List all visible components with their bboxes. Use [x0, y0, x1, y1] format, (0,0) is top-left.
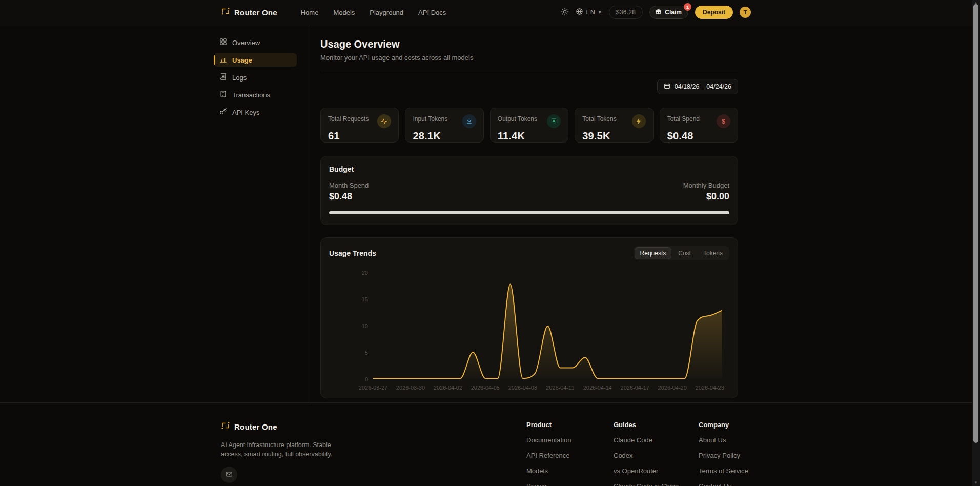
footer-brand-name: Router One	[234, 422, 277, 431]
footer-link-codex[interactable]: Codex	[614, 452, 699, 459]
footer-link-models[interactable]: Models	[526, 467, 614, 475]
sidebar-item-label: Usage	[232, 56, 252, 64]
footer: Router One AI Agent infrastructure platf…	[0, 402, 972, 486]
balance-amount: $36.28	[616, 9, 636, 16]
language-selector[interactable]: EN ▼	[576, 8, 602, 17]
nav-models[interactable]: Models	[333, 9, 355, 16]
page-scrollbar[interactable]: ▲ ▼	[972, 0, 980, 486]
claim-badge: 1	[684, 3, 691, 11]
footer-link-contact-us[interactable]: Contact Us	[699, 482, 748, 486]
sidebar-item-label: API Keys	[232, 109, 259, 116]
page-subtitle: Monitor your API usage and costs across …	[320, 54, 738, 62]
stat-value: 28.1K	[413, 130, 476, 142]
footer-column-title: Product	[526, 421, 614, 429]
footer-tagline: AI Agent infrastructure platform. Stable…	[221, 440, 350, 459]
calendar-icon	[664, 83, 670, 91]
monthly-budget-value: $0.00	[683, 191, 729, 202]
y-axis-labels: 05101520	[329, 273, 368, 379]
sidebar-item-transactions[interactable]: Transactions	[214, 88, 297, 102]
usage-trends-title: Usage Trends	[329, 249, 376, 257]
footer-column-guides: Guides Claude Code Codex vs OpenRouter C…	[614, 421, 699, 486]
x-tick-label: 2026-04-11	[546, 384, 574, 391]
page-title: Usage Overview	[320, 38, 738, 50]
tab-requests[interactable]: Requests	[635, 247, 672, 259]
router-one-logo-icon	[221, 7, 230, 18]
footer-link-about-us[interactable]: About Us	[699, 436, 748, 444]
stat-label: Total Tokens	[582, 114, 617, 123]
date-range-button[interactable]: 04/18/26 – 04/24/26	[657, 79, 738, 94]
globe-icon	[576, 8, 583, 17]
footer-link-claude-code[interactable]: Claude Code	[614, 436, 699, 444]
email-button[interactable]	[221, 467, 237, 483]
footer-link-documentation[interactable]: Documentation	[526, 436, 614, 444]
stat-value: 61	[328, 130, 391, 142]
gift-icon	[655, 8, 662, 16]
envelope-icon	[226, 471, 233, 479]
footer-column-title: Guides	[614, 421, 699, 429]
scrollbar-down-arrow[interactable]: ▼	[972, 480, 980, 485]
y-tick-label: 20	[362, 270, 368, 276]
budget-card: Budget Month Spend $0.48 Monthly Budget …	[320, 156, 738, 225]
footer-link-claude-code-in-china[interactable]: Claude Code in China	[614, 482, 699, 486]
x-tick-label: 2026-03-30	[396, 384, 425, 391]
activity-icon	[377, 114, 391, 128]
monthly-budget-label: Monthly Budget	[683, 181, 729, 189]
claim-label: Claim	[665, 9, 682, 16]
x-axis-labels: 2026-03-272026-03-302026-04-022026-04-05…	[373, 383, 722, 391]
theme-toggle-button[interactable]	[561, 8, 569, 17]
stat-card-total-tokens: Total Tokens 39.5K	[575, 108, 653, 143]
y-tick-label: 0	[365, 376, 368, 382]
nav-home[interactable]: Home	[301, 9, 319, 16]
trends-chart-svg	[373, 273, 722, 379]
nav-api-docs[interactable]: API Docs	[418, 9, 446, 16]
usage-trends-card: Usage Trends Requests Cost Tokens 051015…	[320, 237, 738, 398]
y-tick-label: 10	[362, 323, 368, 329]
stat-value: 39.5K	[582, 130, 645, 142]
sidebar-item-label: Transactions	[232, 91, 270, 99]
x-tick-label: 2026-04-17	[621, 384, 649, 391]
x-tick-label: 2026-03-27	[359, 384, 387, 391]
grid-icon	[219, 38, 227, 47]
footer-link-terms-of-service[interactable]: Terms of Service	[699, 467, 748, 475]
sidebar-item-label: Logs	[232, 74, 247, 82]
stat-card-total-spend: Total Spend $ $0.48	[660, 108, 738, 143]
x-tick-label: 2026-04-05	[471, 384, 500, 391]
scrollbar-thumb[interactable]	[973, 4, 978, 443]
x-tick-label: 2026-04-14	[583, 384, 612, 391]
footer-link-vs-openrouter[interactable]: vs OpenRouter	[614, 467, 699, 475]
nav-playground[interactable]: Playground	[370, 9, 403, 16]
footer-link-pricing[interactable]: Pricing	[526, 482, 614, 486]
sidebar-item-api-keys[interactable]: API Keys	[214, 106, 297, 119]
stat-value: 11.4K	[498, 130, 561, 142]
chevron-down-icon: ▼	[598, 10, 602, 15]
user-avatar[interactable]: T	[740, 7, 751, 18]
key-icon	[219, 108, 227, 117]
stat-value: $0.48	[667, 130, 730, 142]
budget-title: Budget	[329, 165, 729, 173]
date-range-label: 04/18/26 – 04/24/26	[675, 83, 731, 90]
footer-brand: Router One	[221, 421, 526, 432]
footer-column-product: Product Documentation API Reference Mode…	[526, 421, 614, 486]
footer-link-api-reference[interactable]: API Reference	[526, 452, 614, 459]
zap-icon	[632, 114, 646, 128]
tab-tokens[interactable]: Tokens	[698, 247, 728, 259]
x-tick-label: 2026-04-02	[434, 384, 462, 391]
app-viewport: Router One Home Models Playground API Do…	[0, 0, 972, 486]
top-bar: Router One Home Models Playground API Do…	[0, 0, 972, 25]
footer-link-privacy-policy[interactable]: Privacy Policy	[699, 452, 748, 459]
balance-pill[interactable]: $36.28	[609, 6, 643, 19]
router-one-logo-icon	[221, 421, 230, 432]
deposit-button[interactable]: Deposit	[695, 6, 733, 19]
tab-cost[interactable]: Cost	[672, 247, 697, 259]
sidebar-item-overview[interactable]: Overview	[214, 36, 297, 49]
sidebar: Overview Usage	[0, 25, 308, 402]
x-tick-label: 2026-04-23	[696, 384, 724, 391]
sidebar-item-logs[interactable]: Logs	[214, 71, 297, 84]
chart-plot-area	[373, 273, 722, 379]
bar-chart-icon	[219, 55, 227, 65]
brand[interactable]: Router One	[221, 7, 277, 18]
sidebar-item-usage[interactable]: Usage	[214, 53, 297, 67]
stat-label: Total Spend	[667, 114, 700, 123]
stat-card-output-tokens: Output Tokens 11.4K	[490, 108, 568, 143]
claim-button[interactable]: Claim 1	[649, 6, 688, 19]
